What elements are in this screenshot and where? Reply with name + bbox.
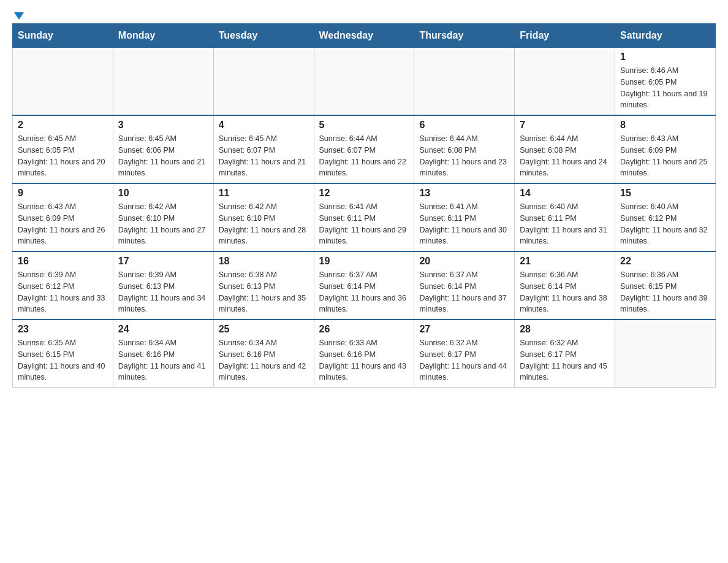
day-number: 25 — [219, 324, 309, 335]
calendar-cell: 13Sunrise: 6:41 AMSunset: 6:11 PMDayligh… — [414, 183, 515, 251]
day-number: 14 — [520, 188, 610, 199]
day-number: 3 — [118, 120, 208, 131]
calendar-cell: 5Sunrise: 6:44 AMSunset: 6:07 PMDaylight… — [314, 115, 414, 183]
day-info: Sunrise: 6:39 AMSunset: 6:12 PMDaylight:… — [18, 269, 108, 315]
logo-triangle-icon — [14, 12, 24, 20]
day-info: Sunrise: 6:33 AMSunset: 6:16 PMDaylight:… — [319, 337, 409, 383]
calendar-cell — [314, 48, 414, 116]
day-number: 5 — [319, 120, 409, 131]
calendar-cell: 12Sunrise: 6:41 AMSunset: 6:11 PMDayligh… — [314, 183, 414, 251]
day-number: 13 — [419, 188, 509, 199]
day-info: Sunrise: 6:34 AMSunset: 6:16 PMDaylight:… — [219, 337, 309, 383]
day-number: 6 — [419, 120, 509, 131]
day-number: 10 — [118, 188, 208, 199]
day-info: Sunrise: 6:39 AMSunset: 6:13 PMDaylight:… — [118, 269, 208, 315]
day-info: Sunrise: 6:46 AMSunset: 6:05 PMDaylight:… — [620, 65, 710, 111]
day-number: 18 — [219, 256, 309, 267]
calendar-cell: 19Sunrise: 6:37 AMSunset: 6:14 PMDayligh… — [314, 251, 414, 320]
day-info: Sunrise: 6:34 AMSunset: 6:16 PMDaylight:… — [118, 337, 208, 383]
day-number: 4 — [219, 120, 309, 131]
day-number: 28 — [520, 324, 610, 335]
calendar-cell: 27Sunrise: 6:32 AMSunset: 6:17 PMDayligh… — [414, 320, 515, 388]
calendar-cell — [13, 48, 113, 116]
calendar-cell: 3Sunrise: 6:45 AMSunset: 6:06 PMDaylight… — [113, 115, 213, 183]
day-number: 16 — [18, 256, 108, 267]
day-info: Sunrise: 6:32 AMSunset: 6:17 PMDaylight:… — [520, 337, 610, 383]
day-number: 8 — [620, 120, 710, 131]
day-info: Sunrise: 6:41 AMSunset: 6:11 PMDaylight:… — [419, 201, 509, 247]
calendar-cell: 28Sunrise: 6:32 AMSunset: 6:17 PMDayligh… — [515, 320, 615, 388]
day-info: Sunrise: 6:44 AMSunset: 6:08 PMDaylight:… — [520, 133, 610, 179]
calendar-cell: 20Sunrise: 6:37 AMSunset: 6:14 PMDayligh… — [414, 251, 515, 320]
weekday-header-monday: Monday — [113, 24, 213, 48]
day-info: Sunrise: 6:43 AMSunset: 6:09 PMDaylight:… — [18, 201, 108, 247]
day-number: 23 — [18, 324, 108, 335]
calendar-cell: 15Sunrise: 6:40 AMSunset: 6:12 PMDayligh… — [615, 183, 716, 251]
page-header — [12, 12, 716, 17]
day-info: Sunrise: 6:45 AMSunset: 6:05 PMDaylight:… — [18, 133, 108, 179]
day-number: 1 — [620, 52, 710, 63]
day-number: 2 — [18, 120, 108, 131]
weekday-header-wednesday: Wednesday — [314, 24, 414, 48]
weekday-header-sunday: Sunday — [13, 24, 113, 48]
day-info: Sunrise: 6:37 AMSunset: 6:14 PMDaylight:… — [419, 269, 509, 315]
day-number: 19 — [319, 256, 409, 267]
calendar-cell: 9Sunrise: 6:43 AMSunset: 6:09 PMDaylight… — [13, 183, 113, 251]
day-info: Sunrise: 6:40 AMSunset: 6:12 PMDaylight:… — [620, 201, 710, 247]
calendar-week-row: 23Sunrise: 6:35 AMSunset: 6:15 PMDayligh… — [13, 320, 716, 388]
weekday-header-row: SundayMondayTuesdayWednesdayThursdayFrid… — [13, 24, 716, 48]
day-number: 12 — [319, 188, 409, 199]
day-info: Sunrise: 6:32 AMSunset: 6:17 PMDaylight:… — [419, 337, 509, 383]
day-info: Sunrise: 6:42 AMSunset: 6:10 PMDaylight:… — [118, 201, 208, 247]
day-info: Sunrise: 6:40 AMSunset: 6:11 PMDaylight:… — [520, 201, 610, 247]
weekday-header-tuesday: Tuesday — [213, 24, 314, 48]
calendar-week-row: 2Sunrise: 6:45 AMSunset: 6:05 PMDaylight… — [13, 115, 716, 183]
day-info: Sunrise: 6:45 AMSunset: 6:06 PMDaylight:… — [118, 133, 208, 179]
day-info: Sunrise: 6:44 AMSunset: 6:07 PMDaylight:… — [319, 133, 409, 179]
day-info: Sunrise: 6:43 AMSunset: 6:09 PMDaylight:… — [620, 133, 710, 179]
calendar-cell: 26Sunrise: 6:33 AMSunset: 6:16 PMDayligh… — [314, 320, 414, 388]
day-info: Sunrise: 6:36 AMSunset: 6:14 PMDaylight:… — [520, 269, 610, 315]
calendar-cell: 10Sunrise: 6:42 AMSunset: 6:10 PMDayligh… — [113, 183, 213, 251]
calendar-cell: 6Sunrise: 6:44 AMSunset: 6:08 PMDaylight… — [414, 115, 515, 183]
day-number: 11 — [219, 188, 309, 199]
day-number: 24 — [118, 324, 208, 335]
day-number: 27 — [419, 324, 509, 335]
weekday-header-friday: Friday — [515, 24, 615, 48]
calendar-cell: 14Sunrise: 6:40 AMSunset: 6:11 PMDayligh… — [515, 183, 615, 251]
calendar-week-row: 16Sunrise: 6:39 AMSunset: 6:12 PMDayligh… — [13, 251, 716, 320]
day-number: 20 — [419, 256, 509, 267]
calendar-cell — [213, 48, 314, 116]
day-info: Sunrise: 6:35 AMSunset: 6:15 PMDaylight:… — [18, 337, 108, 383]
calendar-cell: 25Sunrise: 6:34 AMSunset: 6:16 PMDayligh… — [213, 320, 314, 388]
day-info: Sunrise: 6:36 AMSunset: 6:15 PMDaylight:… — [620, 269, 710, 315]
day-info: Sunrise: 6:37 AMSunset: 6:14 PMDaylight:… — [319, 269, 409, 315]
calendar-cell — [615, 320, 716, 388]
calendar-cell: 16Sunrise: 6:39 AMSunset: 6:12 PMDayligh… — [13, 251, 113, 320]
weekday-header-thursday: Thursday — [414, 24, 515, 48]
calendar-cell: 17Sunrise: 6:39 AMSunset: 6:13 PMDayligh… — [113, 251, 213, 320]
calendar-week-row: 9Sunrise: 6:43 AMSunset: 6:09 PMDaylight… — [13, 183, 716, 251]
calendar-cell: 11Sunrise: 6:42 AMSunset: 6:10 PMDayligh… — [213, 183, 314, 251]
day-info: Sunrise: 6:42 AMSunset: 6:10 PMDaylight:… — [219, 201, 309, 247]
calendar-cell: 24Sunrise: 6:34 AMSunset: 6:16 PMDayligh… — [113, 320, 213, 388]
calendar-cell: 4Sunrise: 6:45 AMSunset: 6:07 PMDaylight… — [213, 115, 314, 183]
calendar-cell: 23Sunrise: 6:35 AMSunset: 6:15 PMDayligh… — [13, 320, 113, 388]
logo — [12, 12, 24, 17]
calendar-cell: 18Sunrise: 6:38 AMSunset: 6:13 PMDayligh… — [213, 251, 314, 320]
day-info: Sunrise: 6:41 AMSunset: 6:11 PMDaylight:… — [319, 201, 409, 247]
day-number: 7 — [520, 120, 610, 131]
calendar-cell: 2Sunrise: 6:45 AMSunset: 6:05 PMDaylight… — [13, 115, 113, 183]
day-number: 15 — [620, 188, 710, 199]
calendar-table: SundayMondayTuesdayWednesdayThursdayFrid… — [12, 23, 716, 388]
calendar-cell — [515, 48, 615, 116]
calendar-cell: 22Sunrise: 6:36 AMSunset: 6:15 PMDayligh… — [615, 251, 716, 320]
day-number: 9 — [18, 188, 108, 199]
calendar-cell: 21Sunrise: 6:36 AMSunset: 6:14 PMDayligh… — [515, 251, 615, 320]
calendar-cell — [113, 48, 213, 116]
day-number: 17 — [118, 256, 208, 267]
calendar-cell: 1Sunrise: 6:46 AMSunset: 6:05 PMDaylight… — [615, 48, 716, 116]
calendar-cell: 7Sunrise: 6:44 AMSunset: 6:08 PMDaylight… — [515, 115, 615, 183]
calendar-cell: 8Sunrise: 6:43 AMSunset: 6:09 PMDaylight… — [615, 115, 716, 183]
day-number: 21 — [520, 256, 610, 267]
